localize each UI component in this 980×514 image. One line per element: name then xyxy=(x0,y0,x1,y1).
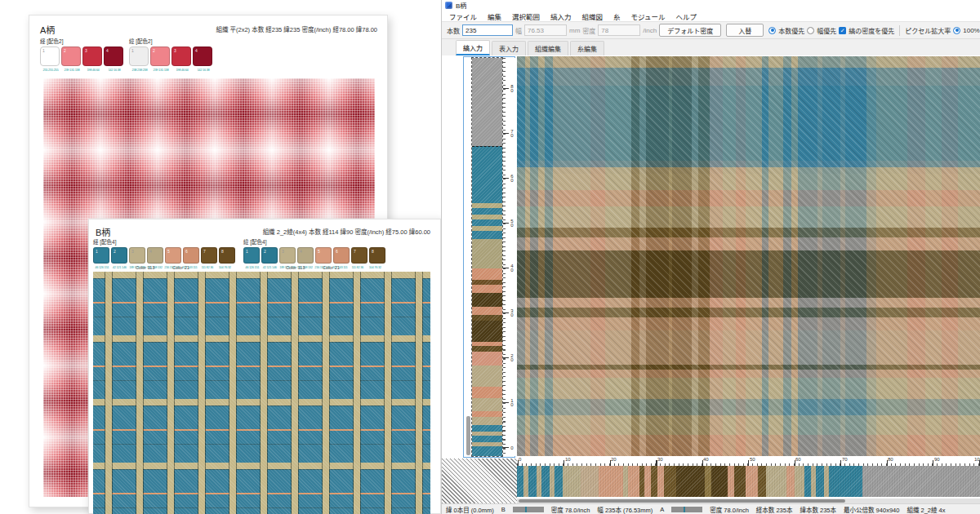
swatch-rgb: 46 126 151 xyxy=(93,265,111,269)
fabric-canvas[interactable] xyxy=(517,56,980,456)
tabbar: 縞入力 表入力 組織編集 糸編集 xyxy=(442,39,980,55)
pattern-b-window[interactable]: B柄 組織 2_2綾(4x4) 本数 経114 緯90 密度(/inch) 経7… xyxy=(88,219,441,514)
color-swatch[interactable]: 8 xyxy=(369,247,385,264)
pattern-b-label: B xyxy=(501,506,506,513)
width-status: 幅 235本 (76.53mm) xyxy=(597,505,653,514)
ruler-label: 10 xyxy=(509,398,514,406)
color-swatch[interactable]: 7 xyxy=(201,247,217,264)
color-swatch[interactable]: 2 xyxy=(111,247,127,264)
stripe-density-label: 縞の密度を優先 xyxy=(849,26,894,35)
color-swatch[interactable]: 7 xyxy=(351,247,368,264)
weft-stripe-panel: 80 70 60 50 40 30 20 10 0 xyxy=(463,56,515,458)
color-swatch[interactable]: 2 xyxy=(261,247,278,264)
swatch-rgb: 238 238 238 xyxy=(129,68,150,72)
color-swatch[interactable]: 1 xyxy=(40,47,60,66)
color-swatch[interactable]: 4 xyxy=(147,247,163,264)
warp-stripe-strip[interactable] xyxy=(517,466,980,497)
weave-app-window: B柄 ファイル 編集 選択範囲 縞入力 組織図 糸 モジュール ヘルプ 本数 幅… xyxy=(441,0,980,514)
weft-position-status: 緯 0本目 (0.0mm) xyxy=(446,505,494,514)
color-swatch[interactable]: 3 xyxy=(172,47,191,66)
color-name-label: Color 113 xyxy=(136,265,154,270)
width-priority-radio[interactable] xyxy=(807,27,814,34)
ruler-label: 50 xyxy=(750,457,755,462)
menu-module[interactable]: モジュール xyxy=(631,11,666,21)
weave-status: 組織 2_2綾 4x xyxy=(906,505,945,514)
app-icon xyxy=(445,2,452,9)
swatch-rgb: 42 121 146 xyxy=(111,265,129,269)
menu-file[interactable]: ファイル xyxy=(449,11,477,21)
color-swatch[interactable]: 1 xyxy=(93,247,109,264)
ruler-label: 20 xyxy=(611,457,617,462)
color-swatch[interactable]: 4 xyxy=(193,47,212,66)
swatch-rgb: 104 76 32 xyxy=(367,265,385,269)
swatch-rgb: 111 82 36 xyxy=(198,265,216,269)
color-swatch[interactable]: 6 xyxy=(183,247,199,264)
count-priority-radio[interactable] xyxy=(768,27,776,34)
pattern-b-title: B柄 xyxy=(96,225,110,238)
color-swatch[interactable]: 1 xyxy=(243,247,260,264)
color-swatch[interactable]: 5 xyxy=(315,247,332,264)
width-priority-label: 幅優先 xyxy=(817,26,836,35)
swap-button[interactable]: 入替 xyxy=(726,24,764,37)
ruler-label: 20 xyxy=(509,353,514,361)
color-swatch[interactable]: 4 xyxy=(297,247,314,264)
color-swatch[interactable]: 1 xyxy=(129,47,149,66)
tab-weave-edit[interactable]: 組織編集 xyxy=(528,41,568,55)
zoom-100-radio[interactable] xyxy=(953,27,960,34)
menu-stripe-input[interactable]: 縞入力 xyxy=(550,11,572,21)
ruler-label: 50 xyxy=(509,219,514,227)
menu-yarn[interactable]: 糸 xyxy=(613,11,621,21)
warp-color-group: 経 [配色2] 1 2 3 4 255 255 255 239 131 138 … xyxy=(40,37,125,72)
color-swatch[interactable]: 2 xyxy=(61,47,81,66)
width-input[interactable] xyxy=(524,24,567,36)
color-swatch[interactable]: 5 xyxy=(165,247,181,264)
color-swatch[interactable]: 6 xyxy=(333,247,350,264)
menu-weave-diagram[interactable]: 組織図 xyxy=(582,11,604,21)
color-swatch[interactable]: 2 xyxy=(150,47,170,66)
pattern-a-info: 組織 平(2x2) 本数 経235 緯235 密度(/inch) 経78.00 … xyxy=(216,24,377,33)
color-swatch[interactable]: 3 xyxy=(129,247,145,264)
pattern-b-info: 組織 2_2綾(4x4) 本数 経114 緯90 密度(/inch) 経75.0… xyxy=(263,227,430,236)
weave-corner-cell xyxy=(442,459,517,503)
menu-help[interactable]: ヘルプ xyxy=(676,11,697,21)
count-input[interactable] xyxy=(462,24,513,36)
pattern-a-minibar xyxy=(671,507,702,512)
pixel-zoom-label: ピクセル拡大率 xyxy=(905,26,951,35)
fabric-preview-b xyxy=(93,272,430,514)
weft-group-label: 緯 [配色4] xyxy=(243,237,385,246)
ruler-label: 10 xyxy=(565,457,571,462)
ruler-label: 60 xyxy=(795,457,801,462)
color-swatch[interactable]: 8 xyxy=(219,247,235,264)
workarea: 80 70 60 50 40 30 20 10 0 0 10 20 xyxy=(442,55,980,503)
color-swatch[interactable]: 3 xyxy=(279,247,296,264)
tab-yarn-edit[interactable]: 糸編集 xyxy=(570,41,604,55)
density-input[interactable] xyxy=(598,24,640,36)
weft-stripe-strip[interactable] xyxy=(472,58,502,456)
menubar: ファイル 編集 選択範囲 縞入力 組織図 糸 モジュール ヘルプ xyxy=(442,11,980,22)
horizontal-scrollbar-thumb[interactable] xyxy=(519,499,845,503)
color-name-label: Color 113 xyxy=(286,265,305,270)
color-swatch[interactable]: 4 xyxy=(104,47,123,66)
default-density-button[interactable]: デフォルト密度 xyxy=(659,24,721,37)
tab-stripe-input[interactable]: 縞入力 xyxy=(456,40,490,55)
weft-color-group: 緯 [配色2] 1 2 3 4 238 238 238 239 131 138 … xyxy=(129,37,214,72)
color-swatch[interactable]: 3 xyxy=(82,47,102,66)
width-unit: mm xyxy=(569,27,580,34)
swatch-rgb: 42 121 146 xyxy=(261,265,279,269)
tab-table-input[interactable]: 表入力 xyxy=(492,41,526,55)
ruler-label: 80 xyxy=(888,457,893,462)
ruler-label: 0 xyxy=(519,457,521,462)
weft-range-divider[interactable] xyxy=(472,146,502,147)
statusbar: 緯 0本目 (0.0mm) B 密度 78.0/inch 幅 235本 (76.… xyxy=(442,503,980,514)
window-title: B柄 xyxy=(456,1,466,10)
swatch-rgb: 111 82 36 xyxy=(349,265,367,269)
density-unit: /inch xyxy=(643,27,657,34)
horizontal-ruler: 0 10 20 30 40 50 60 70 80 90 100 xyxy=(517,457,980,466)
stripe-density-checkbox[interactable]: ✓ xyxy=(839,27,846,34)
color-name-label: Color 21 xyxy=(172,265,189,270)
vertical-scrollbar-thumb[interactable] xyxy=(466,416,470,455)
menu-edit[interactable]: 編集 xyxy=(488,11,501,21)
pattern-a-label: A xyxy=(660,506,664,513)
vertical-ruler: 80 70 60 50 40 30 20 10 0 xyxy=(503,58,515,456)
menu-selection[interactable]: 選択範囲 xyxy=(512,11,540,21)
